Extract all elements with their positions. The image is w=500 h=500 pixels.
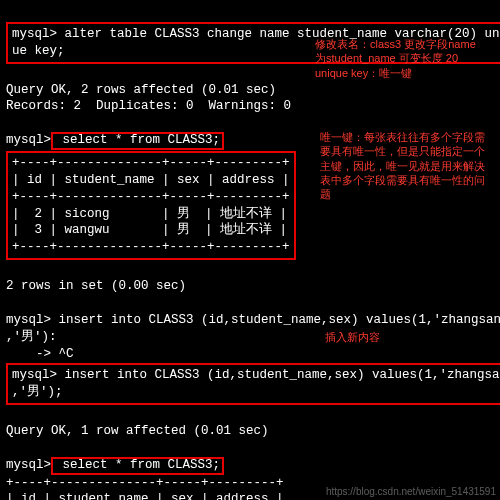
result-queryok-1row: Query OK, 1 row affected (0.01 sec) <box>6 424 269 438</box>
sql-alter-line2: ue key; <box>12 44 65 58</box>
table-border: +----+--------------+-----+---------+ <box>12 156 290 170</box>
table-row: | 3 | wangwu | 男 | 地址不详 | <box>12 223 287 237</box>
table-border: +----+--------------+-----+---------+ <box>12 190 290 204</box>
annotation-unique-key: 唯一键：每张表往往有多个字段需要具有唯一性，但是只能指定一个主键，因此，唯一见就… <box>320 130 490 201</box>
prompt: mysql> <box>6 313 51 327</box>
table-header: | id | student_name | sex | address | <box>12 173 290 187</box>
result-queryok-2rows: Query OK, 2 rows affected (0.01 sec) <box>6 83 276 97</box>
table-border: +----+--------------+-----+---------+ <box>12 240 290 254</box>
cmd-select-2: select * from CLASS3; <box>51 457 224 475</box>
prompt: mysql> <box>6 458 51 472</box>
table-result-1: +----+--------------+-----+---------+ | … <box>6 151 296 260</box>
ctrl-c: -> ^C <box>6 347 74 361</box>
sql-insert1-b: ,'男'): <box>6 330 57 344</box>
cmd-select-1: select * from CLASS3; <box>51 132 224 150</box>
sql-insert2-a: insert into CLASS3 (id,student_name,sex)… <box>57 368 500 382</box>
prompt: mysql> <box>6 133 51 147</box>
result-records: Records: 2 Duplicates: 0 Warnings: 0 <box>6 99 291 113</box>
table-border: +----+--------------+-----+---------+ <box>6 476 284 490</box>
annotation-insert: 插入新内容 <box>325 330 380 344</box>
sql-insert2-b: ,'男'); <box>12 385 63 399</box>
table-header: | id | student_name | sex | address | <box>6 492 284 500</box>
table-row: | 2 | sicong | 男 | 地址不详 | <box>12 207 287 221</box>
prompt: mysql> <box>12 27 57 41</box>
sql-insert1-a: insert into CLASS3 (id,student_name,sex)… <box>51 313 500 327</box>
footer-url: https://blog.csdn.net/weixin_51431591 <box>326 485 496 499</box>
annotation-alter: 修改表名：class3 更改字段name为student_name 可变长度 2… <box>315 37 485 80</box>
prompt: mysql> <box>12 368 57 382</box>
cmd-insert-2: mysql> insert into CLASS3 (id,student_na… <box>6 363 500 405</box>
result-setinfo-2: 2 rows in set (0.00 sec) <box>6 279 186 293</box>
